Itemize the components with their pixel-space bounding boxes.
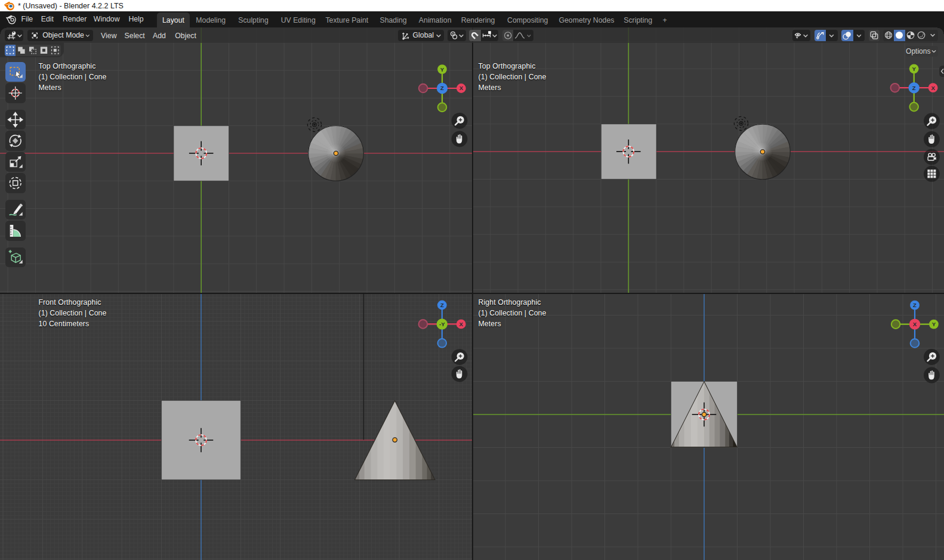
svg-text:X: X — [931, 85, 935, 91]
svg-text:-Y: -Y — [439, 321, 445, 327]
svg-text:X: X — [459, 85, 464, 91]
svg-text:Z: Z — [912, 85, 916, 91]
svg-text:X: X — [913, 321, 917, 327]
svg-text:Z: Z — [913, 302, 917, 308]
svg-text:Y: Y — [440, 66, 445, 73]
svg-text:Z: Z — [440, 85, 444, 91]
svg-text:Y: Y — [932, 321, 936, 327]
svg-text:Z: Z — [440, 302, 444, 308]
svg-text:Y: Y — [912, 66, 917, 72]
svg-text:X: X — [459, 321, 464, 327]
